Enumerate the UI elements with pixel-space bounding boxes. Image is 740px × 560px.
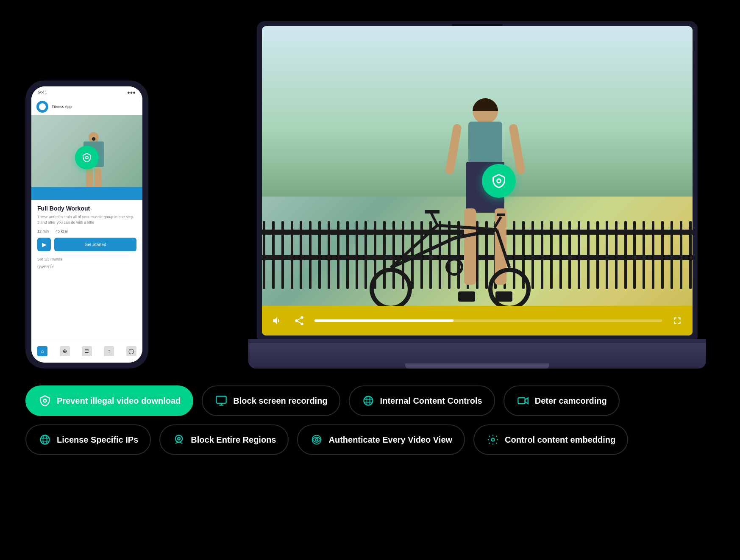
phone-nav-bar: Fitness App: [31, 98, 142, 115]
share-icon: [292, 314, 306, 327]
features-row-1: Prevent illegal video download Block scr…: [25, 385, 715, 416]
laptop-screen: [262, 26, 693, 335]
globe-icon: [38, 433, 52, 446]
phone-play-button[interactable]: ▶: [37, 238, 51, 251]
feature-pill-deter-camcording[interactable]: Deter camcording: [504, 385, 620, 416]
laptop-screen-outer: [257, 21, 698, 339]
phone-device: 9:41 ●●● Fitness App: [25, 80, 148, 369]
phone-video-desc: These aerobics train all of your muscle …: [37, 214, 136, 225]
playback-controls: [314, 319, 662, 322]
phone-get-button[interactable]: Get Started: [54, 238, 136, 251]
feature-pill-auth-view[interactable]: Authenticate Every Video View: [297, 424, 465, 455]
feature-pill-control-embed[interactable]: Control content embedding: [473, 424, 628, 455]
laptop-device: [248, 21, 706, 369]
video-controls-bar: [262, 306, 693, 335]
feature-pill-internal-controls[interactable]: Internal Content Controls: [349, 385, 495, 416]
volume-icon: [270, 314, 284, 327]
monitor-icon: [214, 394, 228, 408]
fullscreen-icon: [670, 314, 684, 327]
svg-rect-21: [518, 398, 525, 404]
svg-point-29: [312, 435, 321, 444]
laptop-body: [248, 343, 706, 369]
video-icon: [516, 394, 530, 408]
phone-screen: 9:41 ●●● Fitness App: [31, 86, 142, 363]
svg-line-7: [431, 213, 437, 225]
control-embed-label: Control content embedding: [505, 435, 615, 445]
svg-point-30: [316, 438, 318, 441]
phone-calories: 45 kcal: [56, 229, 68, 233]
phone-nav-list[interactable]: ☰: [82, 346, 92, 356]
phone-avatar: [36, 101, 48, 113]
svg-line-3: [454, 230, 497, 238]
gear-icon: [486, 433, 500, 446]
svg-point-16: [364, 396, 373, 405]
hero-scene: 9:41 ●●● Fitness App: [0, 0, 740, 369]
svg-line-5: [495, 217, 501, 227]
svg-line-4: [497, 230, 509, 268]
phone-content-area: Full Body Workout These aerobics train a…: [31, 200, 142, 277]
phone-video-title: Full Body Workout: [37, 205, 136, 212]
phone-action-buttons: ▶ Get Started: [37, 238, 136, 251]
svg-line-1: [391, 225, 437, 268]
license-ips-label: License Specific IPs: [57, 435, 138, 445]
feature-pill-license-ips[interactable]: License Specific IPs: [25, 424, 151, 455]
phone-nav-search[interactable]: ⊕: [60, 346, 70, 356]
eye-shield-icon: [310, 433, 323, 446]
svg-point-12: [44, 399, 47, 402]
svg-point-23: [41, 435, 50, 444]
phone-status-bar: 9:41 ●●●: [31, 86, 142, 98]
bicycle: [370, 204, 531, 310]
phone-progress-text: Set 1/3 rounds: [37, 257, 136, 261]
shield-icon: [38, 394, 52, 408]
svg-point-27: [175, 435, 182, 442]
internal-controls-label: Internal Content Controls: [380, 396, 482, 406]
phone-rating: QWERTY: [37, 265, 136, 269]
grid-icon: [362, 394, 375, 408]
phone-nav-profile[interactable]: ◯: [126, 346, 136, 356]
laptop-trackpad: [405, 363, 549, 369]
phone-video-thumbnail: [31, 115, 142, 200]
svg-point-10: [497, 179, 501, 183]
shield-phone-overlay: [75, 146, 99, 169]
video-background: [262, 26, 693, 335]
phone-nav-chart[interactable]: ↑: [104, 346, 114, 356]
phone-duration: 12 min: [37, 229, 49, 233]
phone-time: 9:41: [38, 90, 47, 95]
prevent-download-label: Prevent illegal video download: [57, 396, 181, 406]
features-section: Prevent illegal video download Block scr…: [0, 369, 740, 476]
phone-nav-home[interactable]: ⌂: [37, 346, 47, 356]
block-regions-label: Block Entire Regions: [191, 435, 276, 445]
svg-point-11: [86, 156, 88, 159]
phone-bottom-nav: ⌂ ⊕ ☰ ↑ ◯: [31, 339, 142, 363]
phone-signal: ●●●: [127, 90, 136, 95]
svg-point-24: [43, 435, 47, 444]
phone-get-label: Get Started: [84, 242, 106, 247]
svg-point-28: [178, 438, 180, 440]
feature-pill-block-regions[interactable]: Block Entire Regions: [159, 424, 289, 455]
auth-view-label: Authenticate Every Video View: [328, 435, 452, 445]
feature-pill-prevent-download[interactable]: Prevent illegal video download: [25, 385, 193, 416]
feature-pill-block-screen[interactable]: Block screen recording: [202, 385, 340, 416]
phone-nav-title: Fitness App: [52, 105, 72, 109]
block-screen-label: Block screen recording: [233, 396, 327, 406]
svg-point-31: [492, 438, 495, 441]
deter-camcording-label: Deter camcording: [535, 396, 607, 406]
svg-line-0: [391, 238, 454, 268]
shield-laptop-overlay: [482, 164, 516, 198]
svg-line-2: [437, 225, 497, 230]
features-row-2: License Specific IPs Block Entire Region…: [25, 424, 715, 455]
svg-rect-13: [217, 396, 226, 403]
map-icon: [172, 433, 186, 446]
phone-meta-row: 12 min 45 kcal: [37, 229, 136, 233]
svg-point-9: [447, 259, 462, 274]
